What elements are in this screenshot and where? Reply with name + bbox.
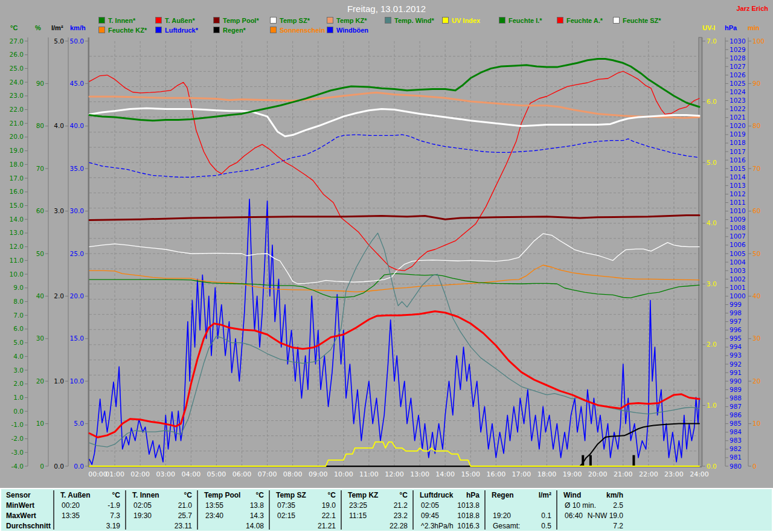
stat-cell: 14.3	[198, 511, 264, 520]
axis-tick-label: 40	[36, 292, 44, 300]
axis-tick-label: 50	[752, 250, 760, 257]
axis-tick-label: 1014	[730, 173, 746, 181]
x-tick-label: 18:00	[537, 470, 557, 478]
series-feuchte-i	[89, 274, 699, 298]
axis-tick-label: 10	[36, 420, 44, 427]
stat-cell: l/m²	[486, 491, 551, 499]
stat-cell: 23.11	[126, 522, 192, 530]
stat-cell: 19.0	[270, 501, 336, 510]
stat-cell: -1.9	[54, 501, 120, 510]
stat-cell: 7.3	[54, 511, 120, 520]
stat-cell: 3.19	[54, 522, 120, 530]
stat-cell: 22.28	[342, 522, 408, 530]
stat-cell: 0.1	[486, 511, 551, 520]
axis-tick-label: 1015	[730, 165, 746, 172]
axis-tick-label: 7.0	[707, 37, 717, 45]
x-tick-label: 01:00	[105, 470, 124, 478]
axis-tick-label: 20	[752, 377, 760, 385]
x-tick-label: 06:00	[233, 470, 252, 478]
stat-cell: MinWert	[6, 501, 34, 510]
axis-tick-label: 50	[36, 250, 44, 257]
axis-tick-label: 60	[36, 207, 44, 214]
stat-cell: 21.0	[126, 501, 192, 510]
x-tick-label: 10:00	[334, 470, 353, 478]
x-tick-label: 11:00	[359, 470, 379, 478]
axis-tick-label: 12.0	[10, 243, 24, 250]
axis-tick-label: 1016	[730, 156, 746, 164]
stat-cell: 2.5	[557, 501, 623, 510]
stat-cell: 21.2	[342, 501, 408, 510]
axis-tick-label: 6.0	[13, 325, 24, 332]
axis-tick-label: 23.0	[10, 92, 24, 99]
axis-tick-label: 983	[730, 437, 742, 444]
axis-tick-label: -2.0	[11, 435, 24, 442]
axis-tick-label: 982	[730, 445, 742, 452]
axis-tick-label: 80	[752, 122, 760, 129]
stat-cell: °C	[198, 491, 264, 499]
x-tick-label: 04:00	[181, 470, 200, 478]
axis-tick-label: 22.0	[10, 106, 24, 113]
axis-tick-label: 35.0	[70, 165, 84, 172]
axis-tick-label: 1026	[730, 71, 746, 79]
x-tick-label: 14:00	[435, 470, 455, 478]
axis-tick-label: 995	[730, 335, 742, 342]
stat-cell: Sensor	[6, 491, 31, 499]
stat-cell: 1013.8	[414, 501, 480, 510]
stat-cell: °C	[126, 491, 192, 499]
axis-tick-label: 1003	[730, 267, 746, 274]
axis-tick-label: 1.0	[707, 402, 717, 409]
axis-tick-label: 4.0	[13, 353, 24, 360]
axis-tick-label: 1018	[730, 139, 746, 146]
axis-tick-label: 15.0	[70, 335, 84, 342]
axis-tick-label: 1029	[730, 46, 746, 53]
axis-tick-label: 1007	[730, 232, 746, 240]
x-tick-label: 02:00	[130, 470, 150, 478]
axis-tick-label: 3.0	[707, 280, 717, 287]
x-tick-label: 08:00	[283, 470, 303, 478]
axis-tick-label: 988	[730, 394, 742, 402]
axis-tick-label: 100	[752, 37, 765, 45]
axis-tick-label: 80	[36, 122, 44, 129]
axis-tick-label: 1022	[730, 105, 746, 112]
axis-tick-label: 0.0	[74, 463, 84, 470]
axis-tick-label: 15.0	[10, 202, 24, 209]
axis-tick-label: 17.0	[10, 175, 24, 182]
axis-tick-label: 20.0	[70, 292, 84, 300]
axis-tick-label: 70	[36, 165, 44, 172]
x-tick-label: 20:00	[588, 470, 608, 478]
axis-tick-label: 1028	[730, 54, 746, 62]
axis-tick-label: 5.0	[13, 339, 24, 346]
x-tick-label: 16:00	[486, 470, 505, 478]
series-windboeen	[89, 199, 699, 464]
axis-tick-label: 10.0	[10, 271, 24, 278]
axis-tick-label: 5.0	[74, 420, 84, 427]
stat-cell: km/h	[557, 491, 623, 499]
axis-tick-label: 1006	[730, 241, 746, 248]
series-regen-bars	[589, 455, 592, 466]
stat-cell: hPa	[414, 491, 480, 499]
axis-tick-label: 1030	[730, 37, 746, 45]
axis-tick-label: 994	[730, 343, 742, 350]
stat-cell: MaxWert	[6, 511, 36, 520]
axis-tick-label: 1017	[730, 148, 746, 155]
axis-tick-label: 0.0	[54, 463, 64, 470]
axis-tick-label: 24.0	[10, 79, 24, 86]
axis-tick-label: 40	[752, 292, 760, 300]
axis-tick-label: 1005	[730, 250, 746, 257]
stat-cell: 25.7	[126, 511, 192, 520]
axis-tick-label: 5.0	[54, 37, 64, 45]
axis-tick-label: 0	[40, 463, 44, 470]
x-tick-label: 24:00	[690, 470, 709, 478]
axis-tick-label: 50.0	[70, 37, 84, 45]
axis-tick-label: 985	[730, 420, 742, 427]
axis-tick-label: 20.0	[10, 133, 24, 140]
stat-cell: Durchschnitt	[6, 522, 51, 530]
stat-cell: 0.5	[486, 522, 551, 530]
x-tick-label: 03:00	[156, 470, 175, 478]
stat-cell: 1018.8	[414, 511, 480, 520]
x-tick-label: 22:00	[639, 470, 658, 478]
axis-tick-label: 2.0	[13, 380, 24, 387]
axis-tick-label: 0.0	[13, 408, 24, 415]
x-tick-label: 15:00	[461, 470, 480, 478]
axis-tick-label: 1019	[730, 130, 746, 138]
